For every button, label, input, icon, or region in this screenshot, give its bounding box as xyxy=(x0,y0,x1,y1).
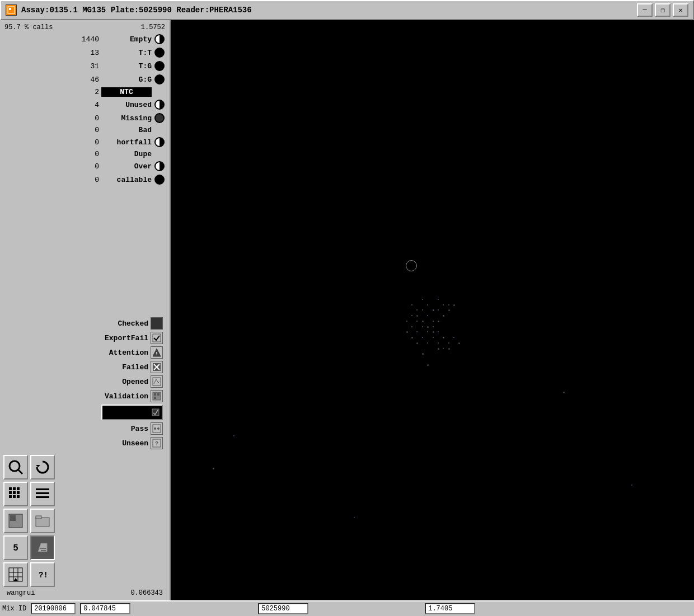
edit-tool-button[interactable] xyxy=(30,535,55,560)
restore-button[interactable]: ❐ xyxy=(655,3,670,17)
flag-unseen-row: Unseen ? xyxy=(4,436,165,450)
scatter-dot xyxy=(448,342,449,344)
unseen-icon[interactable]: ? xyxy=(151,437,163,449)
black-bar-button[interactable] xyxy=(101,405,163,420)
attention-icon[interactable]: ! xyxy=(151,346,163,359)
svg-text:?!: ?! xyxy=(39,571,48,580)
scatter-dot xyxy=(448,309,450,311)
svg-marker-48 xyxy=(13,578,18,581)
unused-icon xyxy=(154,99,165,110)
scatter-dot xyxy=(433,337,434,338)
list-item: 2 NTC xyxy=(2,86,167,98)
list-item: 0 callable xyxy=(2,173,167,186)
over-icon xyxy=(154,161,165,172)
scatter-dot xyxy=(406,321,407,322)
scatter-dot xyxy=(458,342,460,344)
scatter-dot xyxy=(422,326,423,327)
svg-rect-35 xyxy=(10,515,16,521)
svg-rect-31 xyxy=(36,488,49,490)
scatter-dot xyxy=(406,331,408,333)
scatter-dot xyxy=(438,299,439,300)
svg-marker-21 xyxy=(36,465,40,467)
grid2-tool-button[interactable] xyxy=(3,562,28,587)
scatter-dot xyxy=(448,304,449,305)
gg-icon xyxy=(154,74,165,85)
list-item: 0 Bad xyxy=(2,125,167,135)
svg-rect-28 xyxy=(9,495,12,498)
flag-attention-row: Attention ! xyxy=(4,345,165,360)
svg-rect-27 xyxy=(17,491,20,494)
scatter-dot xyxy=(422,321,424,322)
flag-pass-row: Pass xyxy=(4,421,165,436)
pass-icon[interactable] xyxy=(151,422,163,435)
empty-icon xyxy=(154,34,165,45)
list-item: 13 T:T xyxy=(2,46,167,59)
list-item: 1440 Empty xyxy=(2,32,167,46)
flag-failed-row: Failed xyxy=(4,360,165,374)
scatter-dot xyxy=(433,326,434,327)
scatter-dot xyxy=(433,309,434,311)
tool-buttons-low xyxy=(3,509,166,533)
svg-rect-25 xyxy=(9,491,12,494)
flag-exportfail-row: ExportFail xyxy=(4,331,165,345)
username: wangrui xyxy=(7,589,35,597)
question-tool-button[interactable]: ?! xyxy=(30,562,55,587)
scatter-dot xyxy=(427,304,428,305)
mix-id-value: 20190806 xyxy=(31,603,76,614)
scatter-dot xyxy=(433,331,434,333)
tool-buttons-bottom: 5 xyxy=(3,535,166,560)
svg-rect-23 xyxy=(13,487,16,490)
back-tool-button[interactable]: 5 xyxy=(3,535,28,560)
scatter-dot xyxy=(233,435,235,436)
plate-tool-button[interactable] xyxy=(3,509,28,533)
window-controls: ─ ❐ ✕ xyxy=(637,3,688,17)
scatter-dot xyxy=(416,342,418,344)
close-button[interactable]: ✕ xyxy=(673,3,688,17)
checked-icon[interactable] xyxy=(151,317,163,330)
top-stats: 95.7 % calls 1.5752 xyxy=(2,22,167,32)
exportfail-icon[interactable] xyxy=(151,332,163,344)
missing-icon xyxy=(154,112,165,124)
status-bar: Mix ID 20190806 0.047845 5025990 1.7405 xyxy=(0,600,694,616)
list-item: 31 T:G xyxy=(2,59,167,73)
scatter-dot xyxy=(354,517,355,518)
scatter-dot xyxy=(427,315,428,316)
scatter-dot xyxy=(411,304,412,305)
scatter-plot xyxy=(171,20,694,600)
folder-tool-button[interactable] xyxy=(30,509,55,533)
status-value2: 5025990 xyxy=(258,603,308,614)
minimize-button[interactable]: ─ xyxy=(637,3,653,17)
scatter-dot xyxy=(443,348,444,349)
main-wrapper: 95.7 % calls 1.5752 1440 Empty 13 T:T xyxy=(0,20,694,616)
flag-section: Checked ExportFail Attention xyxy=(2,315,167,452)
list-item: 4 Unused xyxy=(2,98,167,111)
validation-icon[interactable] xyxy=(151,390,163,402)
scatter-dot xyxy=(422,309,423,311)
failed-icon[interactable] xyxy=(151,361,163,373)
svg-rect-1 xyxy=(9,8,11,10)
scatter-dot xyxy=(422,337,423,338)
shortfall-icon xyxy=(154,137,165,148)
scatter-dot xyxy=(416,309,418,311)
stats-section: 1440 Empty 13 T:T 31 T:G 4 xyxy=(2,32,167,311)
footer-value: 0.066343 xyxy=(130,589,163,597)
grid-tool-button[interactable] xyxy=(3,482,28,506)
flag-validation-row: Validation xyxy=(4,389,165,403)
search-tool-button[interactable] xyxy=(3,455,28,479)
svg-rect-24 xyxy=(17,487,20,490)
call-percent: 95.7 % calls xyxy=(4,23,53,31)
callable-icon xyxy=(154,174,165,185)
list-item: 0 Over xyxy=(2,159,167,173)
scatter-dot xyxy=(438,321,439,322)
scatter-dot xyxy=(443,304,444,305)
list-tool-button[interactable] xyxy=(30,482,55,506)
black-bar-row xyxy=(4,403,165,421)
svg-point-16 xyxy=(157,427,160,430)
rotation-tool-button[interactable] xyxy=(30,455,55,479)
scatter-dot xyxy=(453,337,454,338)
scatter-area[interactable] xyxy=(171,20,694,587)
svg-rect-26 xyxy=(13,491,16,494)
svg-rect-11 xyxy=(157,393,160,396)
scatter-dot xyxy=(438,342,439,344)
opened-icon[interactable] xyxy=(151,375,163,388)
